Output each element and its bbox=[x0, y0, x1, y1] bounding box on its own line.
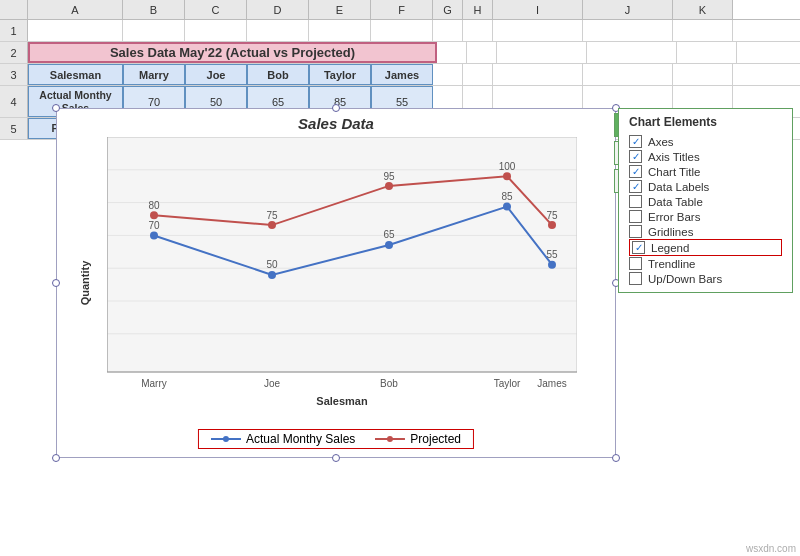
chart-elements-panel: Chart Elements ✓ Axes ✓ Axis Titles ✓ Ch… bbox=[618, 108, 793, 293]
checkbox-axes[interactable]: ✓ bbox=[629, 135, 642, 148]
svg-text:70: 70 bbox=[148, 220, 160, 231]
cell-f1[interactable] bbox=[371, 20, 433, 41]
svg-point-46 bbox=[387, 436, 393, 442]
legend-projected: Projected bbox=[375, 432, 461, 446]
svg-point-22 bbox=[150, 211, 158, 219]
cell-taylor-header[interactable]: Taylor bbox=[309, 64, 371, 85]
col-header-c: B bbox=[123, 0, 185, 19]
chart-svg: 0 20 40 60 80 100 120 bbox=[107, 137, 577, 407]
panel-item-trendline[interactable]: Trendline bbox=[629, 256, 782, 271]
cell-j2[interactable] bbox=[587, 42, 677, 63]
col-header-f: E bbox=[309, 0, 371, 19]
checkbox-axis-titles[interactable]: ✓ bbox=[629, 150, 642, 163]
cell-k3[interactable] bbox=[673, 64, 733, 85]
panel-item-gridlines[interactable]: Gridlines bbox=[629, 224, 782, 239]
cell-d1[interactable] bbox=[247, 20, 309, 41]
panel-item-legend[interactable]: ✓ Legend bbox=[629, 239, 782, 256]
panel-title: Chart Elements bbox=[629, 115, 782, 129]
svg-text:55: 55 bbox=[546, 249, 558, 260]
cell-e1[interactable] bbox=[309, 20, 371, 41]
col-header-b: A bbox=[28, 0, 123, 19]
svg-point-24 bbox=[385, 182, 393, 190]
legend-projected-label: Projected bbox=[410, 432, 461, 446]
cell-h3[interactable] bbox=[463, 64, 493, 85]
svg-point-21 bbox=[548, 261, 556, 269]
checkbox-error-bars[interactable] bbox=[629, 210, 642, 223]
svg-text:85: 85 bbox=[501, 191, 513, 202]
legend-actual-icon bbox=[211, 433, 241, 445]
svg-text:Salesman: Salesman bbox=[316, 395, 368, 407]
svg-point-17 bbox=[150, 232, 158, 240]
row-num-4: 4 bbox=[0, 86, 28, 117]
svg-text:75: 75 bbox=[546, 210, 558, 221]
cell-j1[interactable] bbox=[583, 20, 673, 41]
panel-item-data-table[interactable]: Data Table bbox=[629, 194, 782, 209]
col-header-i: H bbox=[463, 0, 493, 19]
svg-point-19 bbox=[385, 241, 393, 249]
cell-j3[interactable] bbox=[583, 64, 673, 85]
label-data-table: Data Table bbox=[648, 196, 703, 208]
column-headers: A B C D E F G H I J K bbox=[0, 0, 800, 20]
col-header-l: K bbox=[673, 0, 733, 19]
legend-projected-icon bbox=[375, 433, 405, 445]
svg-text:65: 65 bbox=[383, 229, 395, 240]
panel-item-axis-titles[interactable]: ✓ Axis Titles bbox=[629, 149, 782, 164]
cell-h2[interactable] bbox=[467, 42, 497, 63]
cell-h1[interactable] bbox=[463, 20, 493, 41]
row-3: 3 Salesman Marry Joe Bob Taylor James bbox=[0, 64, 800, 86]
cell-c1[interactable] bbox=[185, 20, 247, 41]
cell-marry-header[interactable]: Marry bbox=[123, 64, 185, 85]
cell-i1[interactable] bbox=[493, 20, 583, 41]
cell-joe-header[interactable]: Joe bbox=[185, 64, 247, 85]
cell-b1[interactable] bbox=[123, 20, 185, 41]
cell-g1[interactable] bbox=[433, 20, 463, 41]
checkbox-chart-title[interactable]: ✓ bbox=[629, 165, 642, 178]
cell-bob-header[interactable]: Bob bbox=[247, 64, 309, 85]
label-legend: Legend bbox=[651, 242, 689, 254]
label-axes: Axes bbox=[648, 136, 674, 148]
svg-point-20 bbox=[503, 203, 511, 211]
checkbox-gridlines[interactable] bbox=[629, 225, 642, 238]
cell-james-header[interactable]: James bbox=[371, 64, 433, 85]
watermark: wsxdn.com bbox=[746, 543, 796, 554]
label-gridlines: Gridlines bbox=[648, 226, 693, 238]
y-axis-title: Quantity bbox=[79, 261, 91, 306]
title-cell[interactable]: Sales Data May'22 (Actual vs Projected) bbox=[28, 42, 437, 63]
cell-g3[interactable] bbox=[433, 64, 463, 85]
label-error-bars: Error Bars bbox=[648, 211, 700, 223]
row-num-5: 5 bbox=[0, 118, 28, 139]
panel-item-error-bars[interactable]: Error Bars bbox=[629, 209, 782, 224]
col-header-h: G bbox=[433, 0, 463, 19]
checkbox-data-table[interactable] bbox=[629, 195, 642, 208]
svg-text:95: 95 bbox=[383, 171, 395, 182]
checkbox-updown-bars[interactable] bbox=[629, 272, 642, 285]
label-updown-bars: Up/Down Bars bbox=[648, 273, 722, 285]
chart-legend: Actual Monthy Sales Projected bbox=[198, 429, 474, 449]
label-chart-title: Chart Title bbox=[648, 166, 700, 178]
checkbox-data-labels[interactable]: ✓ bbox=[629, 180, 642, 193]
cell-a1[interactable] bbox=[28, 20, 123, 41]
cell-k1[interactable] bbox=[673, 20, 733, 41]
spreadsheet: A B C D E F G H I J K 1 2 Sales Data May… bbox=[0, 0, 800, 556]
panel-item-axes[interactable]: ✓ Axes bbox=[629, 134, 782, 149]
svg-text:Taylor: Taylor bbox=[494, 378, 521, 389]
checkbox-legend[interactable]: ✓ bbox=[632, 241, 645, 254]
legend-actual: Actual Monthy Sales bbox=[211, 432, 355, 446]
cell-i3[interactable] bbox=[493, 64, 583, 85]
cell-k2[interactable] bbox=[677, 42, 737, 63]
svg-point-18 bbox=[268, 271, 276, 279]
svg-point-25 bbox=[503, 172, 511, 180]
panel-item-chart-title[interactable]: ✓ Chart Title bbox=[629, 164, 782, 179]
col-header-e: D bbox=[247, 0, 309, 19]
checkbox-trendline[interactable] bbox=[629, 257, 642, 270]
panel-item-data-labels[interactable]: ✓ Data Labels bbox=[629, 179, 782, 194]
label-trendline: Trendline bbox=[648, 258, 696, 270]
svg-text:James: James bbox=[537, 378, 566, 389]
cell-i2[interactable] bbox=[497, 42, 587, 63]
chart-container[interactable]: Sales Data Quantity 0 20 40 60 80 bbox=[56, 108, 616, 458]
cell-salesman-header[interactable]: Salesman bbox=[28, 64, 123, 85]
legend-actual-label: Actual Monthy Sales bbox=[246, 432, 355, 446]
panel-item-updown-bars[interactable]: Up/Down Bars bbox=[629, 271, 782, 286]
cell-g2[interactable] bbox=[437, 42, 467, 63]
col-header-j: I bbox=[493, 0, 583, 19]
